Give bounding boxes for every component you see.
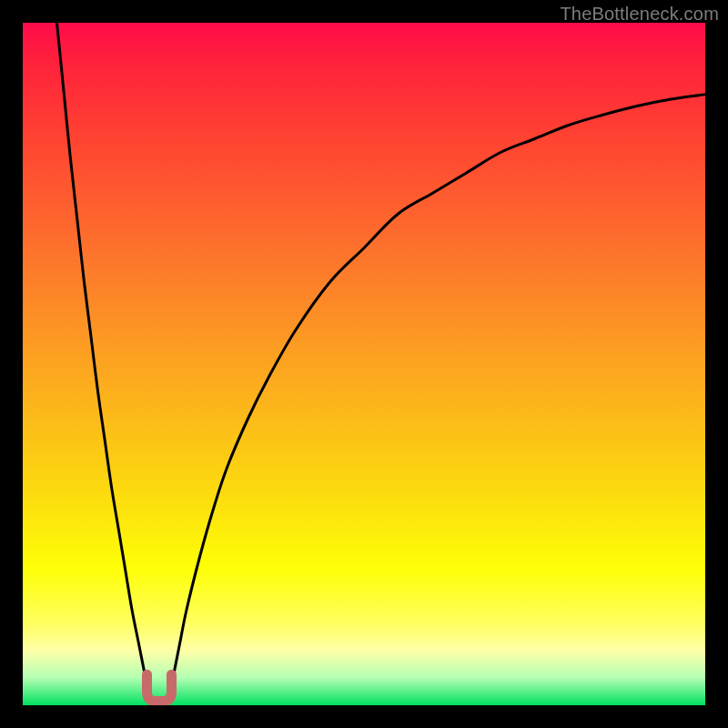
chart-stage: TheBottleneck.com	[0, 0, 728, 728]
curve-right-branch	[168, 95, 705, 699]
watermark-text: TheBottleneck.com	[560, 4, 719, 25]
curve-left-branch	[57, 23, 151, 699]
curve-svg	[23, 23, 705, 705]
plot-area	[23, 23, 705, 705]
minimum-marker	[147, 674, 172, 701]
